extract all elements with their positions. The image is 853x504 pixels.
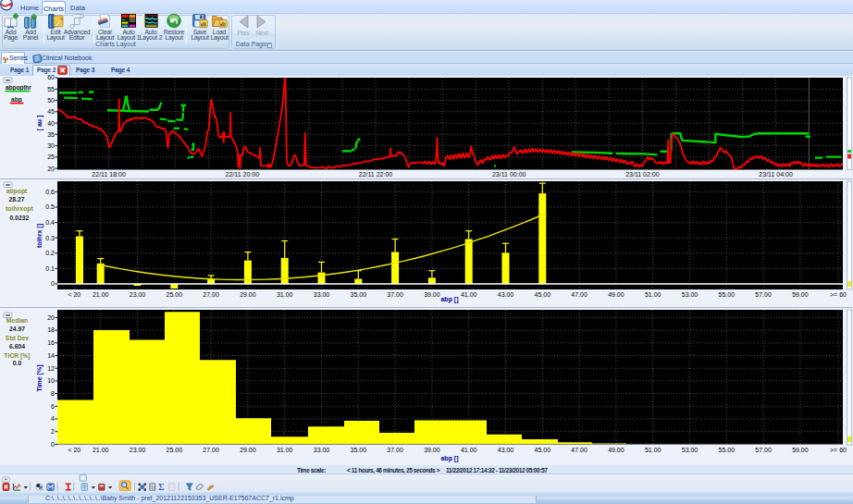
svg-text:23/11 02:00: 23/11 02:00 xyxy=(625,171,660,178)
svg-text:45.00: 45.00 xyxy=(535,291,551,298)
svg-text:41.00: 41.00 xyxy=(461,447,477,453)
svg-text:37.00: 37.00 xyxy=(387,447,403,453)
svg-text:49.00: 49.00 xyxy=(608,291,624,298)
svg-text:31.00: 31.00 xyxy=(277,291,293,298)
svg-text:31.00: 31.00 xyxy=(277,447,293,453)
svg-text:37.00: 37.00 xyxy=(387,291,403,298)
svg-text:23/11 00:00: 23/11 00:00 xyxy=(492,171,526,178)
svg-text:55.00: 55.00 xyxy=(719,291,736,298)
svg-text:43.00: 43.00 xyxy=(498,291,514,298)
svg-text:47.00: 47.00 xyxy=(571,447,587,453)
svg-text:29.00: 29.00 xyxy=(240,447,256,453)
svg-text:51.00: 51.00 xyxy=(645,447,661,453)
svg-text:47.00: 47.00 xyxy=(571,291,587,298)
svg-text:39.00: 39.00 xyxy=(424,291,440,298)
svg-text:39.00: 39.00 xyxy=(424,447,440,453)
svg-text:41.00: 41.00 xyxy=(461,291,477,298)
svg-text:35.00: 35.00 xyxy=(351,447,367,453)
svg-text:33.00: 33.00 xyxy=(314,291,330,298)
svg-text:59.00: 59.00 xyxy=(792,291,809,298)
svg-text:51.00: 51.00 xyxy=(645,291,661,298)
svg-text:57.00: 57.00 xyxy=(755,447,772,453)
svg-text:59.00: 59.00 xyxy=(792,447,809,453)
svg-text:>= 60: >= 60 xyxy=(830,291,847,298)
svg-text:53.00: 53.00 xyxy=(682,291,698,298)
svg-text:abp []: abp [] xyxy=(440,455,458,462)
svg-text:abp []: abp [] xyxy=(440,296,458,303)
svg-text:22/11 20:00: 22/11 20:00 xyxy=(226,171,260,178)
svg-text:43.00: 43.00 xyxy=(498,447,514,453)
svg-text:35.00: 35.00 xyxy=(351,291,367,298)
svg-text:23/11 04:00: 23/11 04:00 xyxy=(759,171,793,178)
svg-text:>= 60: >= 60 xyxy=(830,447,847,453)
svg-text:55.00: 55.00 xyxy=(719,447,736,453)
svg-text:29.00: 29.00 xyxy=(240,291,256,298)
svg-text:33.00: 33.00 xyxy=(314,447,330,453)
svg-text:53.00: 53.00 xyxy=(682,447,698,453)
svg-text:22/11 22:00: 22/11 22:00 xyxy=(359,171,393,178)
svg-text:49.00: 49.00 xyxy=(608,447,624,453)
svg-text:57.00: 57.00 xyxy=(755,291,772,298)
svg-text:45.00: 45.00 xyxy=(535,447,551,453)
